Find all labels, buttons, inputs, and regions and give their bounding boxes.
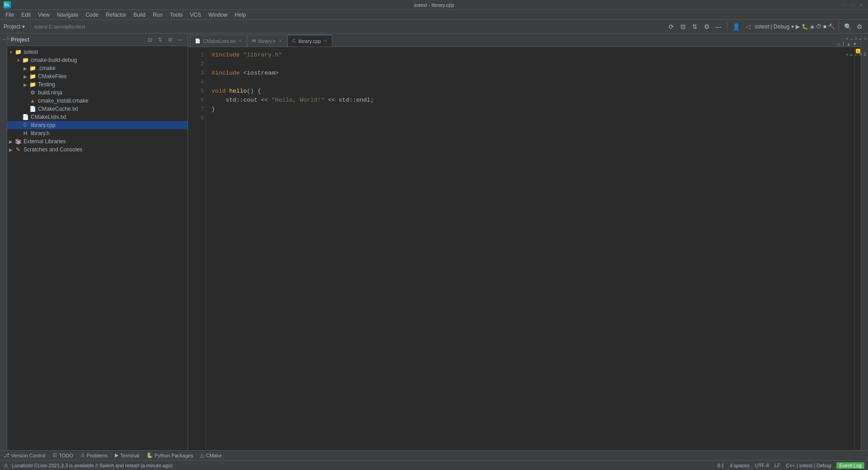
line-separator: LF bbox=[774, 463, 780, 468]
code-line: std::cout << "Hello, World!" << std::end… bbox=[212, 96, 849, 105]
tree-file-icon: ▲ bbox=[29, 97, 36, 104]
status-bar: ⚠ Localized CLion 2021.3.3 is available … bbox=[0, 460, 868, 470]
menu-item-help[interactable]: Help bbox=[231, 11, 250, 19]
hide-panel-button[interactable]: — bbox=[176, 36, 184, 44]
tree-item-library-h[interactable]: Hlibrary.h bbox=[7, 129, 188, 137]
tree-item-library-cpp[interactable]: ©library.cpp bbox=[7, 121, 188, 129]
tab-label: library.cpp bbox=[298, 38, 321, 44]
status-right: 8:1 4 spaces UTF-8 LF C++ | sotest | Deb… bbox=[717, 462, 864, 469]
code-content[interactable]: #include "library.h" #include <iostream>… bbox=[206, 47, 854, 450]
menu-item-code[interactable]: Code bbox=[82, 11, 102, 19]
tree-item-cmakefiles[interactable]: ▶📁CMakeFiles bbox=[7, 72, 188, 80]
menu-item-run[interactable]: Run bbox=[149, 11, 166, 19]
collapse-all-button[interactable]: ⊟ bbox=[678, 22, 688, 32]
tab-label: library.h bbox=[258, 38, 275, 44]
run-config-label: sotest | Debug ▾ bbox=[755, 24, 794, 30]
build-button[interactable]: 🔨 bbox=[828, 24, 835, 30]
project-tab[interactable]: Project bbox=[0, 35, 20, 42]
debug-button[interactable]: 🐛 bbox=[802, 24, 808, 30]
breadcrumb: sotest E:\armopt\sotest bbox=[34, 24, 85, 29]
stop-button[interactable]: ■ bbox=[823, 24, 826, 30]
code-editor[interactable]: 12345678 #include "library.h" #include <… bbox=[188, 47, 861, 450]
tree-arrow-icon: ▶ bbox=[7, 139, 14, 144]
sync-button[interactable]: ⟳ bbox=[666, 22, 676, 32]
run-button[interactable]: ▶ bbox=[796, 24, 800, 30]
tree-item-cmake-build-debug[interactable]: ▾📁cmake-build-debug bbox=[7, 56, 188, 64]
bottom-panel-item-todo[interactable]: ☑TODO bbox=[52, 452, 73, 458]
menu-item-vcs[interactable]: VCS bbox=[186, 11, 205, 19]
editor-area: 📄CMakeLists.txt✕Hlibrary.h✕Clibrary.cpp✕… bbox=[188, 33, 861, 450]
bookmarks-tab[interactable]: Bookmarks bbox=[844, 51, 868, 58]
tree-file-icon: H bbox=[22, 130, 29, 137]
tree-item-cmake[interactable]: ▶📁.cmake bbox=[7, 64, 188, 72]
bottom-panel-item-terminal[interactable]: ▶Terminal bbox=[115, 452, 139, 458]
search-everywhere-button[interactable]: 🔍 bbox=[843, 22, 853, 32]
editor-tab-library-h-tab[interactable]: Hlibrary.h✕ bbox=[247, 35, 287, 47]
right-gutter: ⚠ bbox=[854, 47, 861, 450]
problems-icon: ⚠ bbox=[80, 452, 85, 458]
sort-tree-button[interactable]: ⇅ bbox=[156, 36, 164, 44]
menu-item-navigate[interactable]: Navigate bbox=[53, 11, 82, 19]
menu-item-window[interactable]: Window bbox=[205, 11, 231, 19]
menu-item-build[interactable]: Build bbox=[130, 11, 149, 19]
back-button[interactable]: ◁ bbox=[743, 22, 753, 32]
tree-file-icon: 📄 bbox=[29, 105, 36, 113]
sort-button[interactable]: ⇅ bbox=[690, 22, 700, 32]
editor-tab-library-cpp-tab[interactable]: Clibrary.cpp✕ bbox=[288, 35, 332, 47]
event-log-button[interactable]: Event Log bbox=[836, 462, 864, 469]
tree-item-cmake-install[interactable]: ▲cmake_install.cmake bbox=[7, 97, 188, 105]
tab-close-button[interactable]: ✕ bbox=[238, 38, 242, 43]
tab-close-button[interactable]: ✕ bbox=[278, 38, 282, 43]
tree-item-scratches[interactable]: ▶✎Scratches and Consoles bbox=[7, 146, 188, 154]
bottom-panel-item-version-control[interactable]: ⎇Version Control bbox=[4, 452, 45, 458]
structure-tab[interactable]: Structure bbox=[844, 35, 868, 42]
title-bar: CL sotest - library.cpp ─ □ ✕ bbox=[0, 0, 868, 10]
tree-file-icon: 📁 bbox=[29, 73, 36, 80]
close-button[interactable]: ✕ bbox=[858, 2, 864, 8]
settings-button[interactable]: ⚙ bbox=[854, 22, 864, 32]
editor-tab-cmakelists-tab[interactable]: 📄CMakeLists.txt✕ bbox=[190, 35, 247, 47]
tree-item-testing[interactable]: ▶📁Testing bbox=[7, 80, 188, 89]
bottom-panel-item-python-packages[interactable]: 🐍Python Packages bbox=[146, 452, 193, 458]
line-number: 2 bbox=[190, 60, 204, 69]
toolbar-separator3 bbox=[839, 22, 839, 31]
status-warning: ⚠ bbox=[4, 462, 8, 468]
warn-down[interactable]: ▼ bbox=[853, 42, 857, 47]
hide-button[interactable]: — bbox=[713, 22, 723, 32]
tree-item-name: cmake-build-debug bbox=[31, 57, 77, 63]
tree-item-cmakecache[interactable]: 📄CMakeCache.txt bbox=[7, 105, 188, 113]
tree-item-build-ninja[interactable]: ⚙build.ninja bbox=[7, 89, 188, 97]
profile-run-button[interactable]: ⏱ bbox=[816, 24, 821, 30]
maximize-button[interactable]: □ bbox=[850, 2, 856, 8]
line-number: 6 bbox=[190, 96, 204, 105]
cmake-label: CMake bbox=[206, 453, 222, 458]
warn-up[interactable]: ▲ bbox=[846, 42, 851, 47]
tree-item-sotest[interactable]: ▾📁sotest bbox=[7, 48, 188, 56]
gear-button[interactable]: ⚙ bbox=[702, 22, 712, 32]
collapse-all-tree-button[interactable]: ⊟ bbox=[146, 36, 154, 44]
minimize-button[interactable]: ─ bbox=[842, 2, 848, 8]
tree-item-name: CMakeCache.txt bbox=[38, 106, 78, 112]
coverage-button[interactable]: ◈ bbox=[810, 24, 814, 30]
update-message: Localized CLion 2021.3.3 is available //… bbox=[12, 463, 173, 468]
menu-item-refactor[interactable]: Refactor bbox=[102, 11, 130, 19]
menu-item-view[interactable]: View bbox=[34, 11, 53, 19]
profile-button[interactable]: 👤 bbox=[731, 22, 741, 32]
main-layout: Project Project ⊟ ⇅ ⚙ — ▾📁sotest▾📁cmake-… bbox=[0, 33, 868, 450]
project-dropdown[interactable]: Project ▾ bbox=[4, 24, 25, 30]
run-config-dropdown[interactable]: sotest | Debug ▾ bbox=[755, 24, 794, 30]
todo-icon: ☑ bbox=[52, 452, 57, 458]
filter-tree-button[interactable]: ⚙ bbox=[166, 36, 174, 44]
menu-item-file[interactable]: File bbox=[2, 11, 18, 19]
menu-item-edit[interactable]: Edit bbox=[18, 11, 34, 19]
terminal-icon: ▶ bbox=[115, 452, 118, 458]
tab-close-button[interactable]: ✕ bbox=[324, 38, 327, 43]
tree-item-cmakelists[interactable]: 📄CMakeLists.txt bbox=[7, 113, 188, 121]
menu-bar: FileEditViewNavigateCodeRefactorBuildRun… bbox=[0, 10, 868, 20]
menu-item-tools[interactable]: Tools bbox=[166, 11, 186, 19]
code-line bbox=[212, 78, 849, 87]
bottom-panel-item-problems[interactable]: ⚠Problems bbox=[80, 452, 108, 458]
tree-item-external-libraries[interactable]: ▶📚External Libraries bbox=[7, 137, 188, 146]
bottom-panel-item-cmake[interactable]: △CMake bbox=[200, 452, 222, 458]
tree-item-name: .cmake bbox=[38, 65, 56, 71]
